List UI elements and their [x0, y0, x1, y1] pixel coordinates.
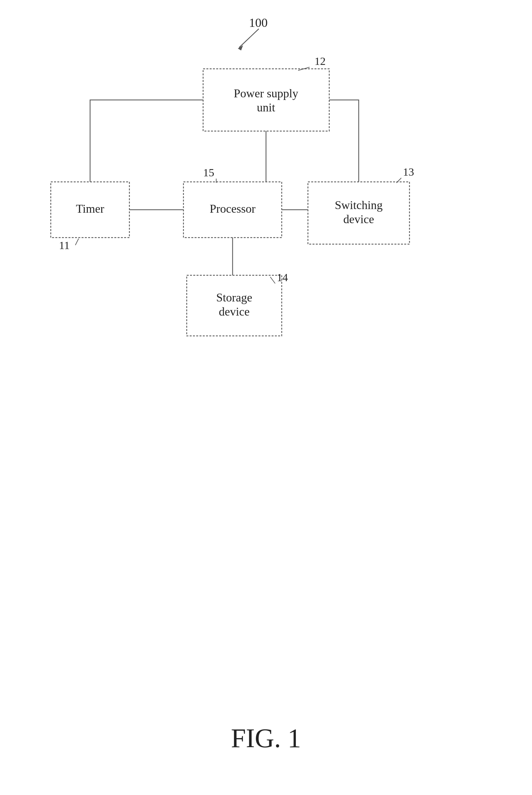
storage-device-label-line2: device [219, 305, 250, 318]
main-ref: 100 [238, 16, 268, 51]
processor-ref: 15 [203, 167, 214, 178]
psu-to-timer-line [90, 100, 203, 182]
switching-device-label-line1: Switching [335, 198, 383, 212]
storage-device-label-line1: Storage [216, 291, 252, 304]
timer-label: Timer [76, 202, 104, 215]
power-supply-box: Power supply unit 12 [203, 55, 329, 131]
psu-to-switching-line [329, 100, 359, 182]
switching-device-label-line2: device [343, 213, 374, 226]
figure-label: FIG. 1 [231, 723, 301, 753]
power-supply-ref: 12 [315, 55, 326, 67]
storage-device-box: Storage device 14 [187, 271, 288, 336]
power-supply-label-line1: Power supply [234, 87, 299, 100]
timer-ref: 11 [59, 239, 70, 251]
switching-device-box: Switching device 13 [308, 166, 414, 244]
diagram-container: 100 Power supply unit 12 Timer 11 Proces… [0, 0, 532, 795]
svg-text:100: 100 [249, 16, 268, 30]
timer-box: Timer 11 [51, 182, 129, 251]
processor-label: Processor [210, 202, 255, 215]
svg-line-6 [75, 239, 79, 245]
switching-device-ref: 13 [403, 166, 414, 178]
processor-box: Processor 15 [184, 167, 282, 238]
power-supply-label-line2: unit [257, 101, 275, 114]
storage-device-ref: 14 [277, 271, 288, 283]
svg-line-1 [239, 29, 259, 48]
